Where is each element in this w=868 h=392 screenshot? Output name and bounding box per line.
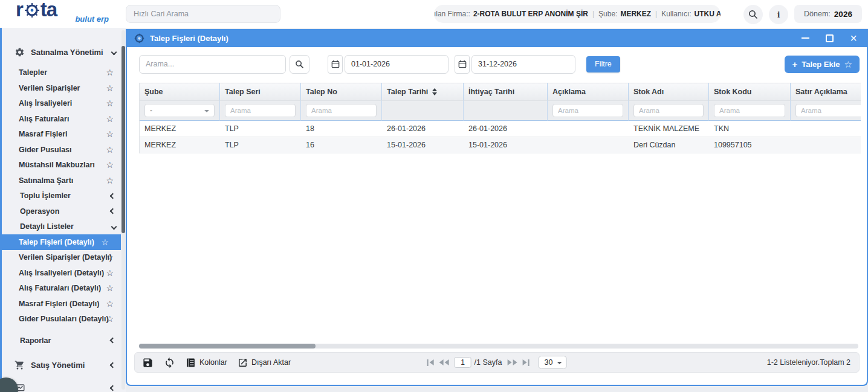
bottom-toolbar: Kolonlar Dışarı Aktar /1 Sayfa 30 1-2 Li… <box>134 352 860 373</box>
favorite-star-icon[interactable]: ☆ <box>106 269 114 277</box>
favorite-star-icon[interactable]: ☆ <box>106 84 114 92</box>
sidebar-item-mustahsil-makbuzlari[interactable]: Müstahsil Makbuzları ☆ <box>0 158 126 173</box>
date-to-input[interactable] <box>471 55 575 74</box>
table-search-input[interactable] <box>139 55 286 74</box>
stok-adi-filter-input[interactable] <box>633 104 704 117</box>
column-header-aciklama[interactable]: Açıklama <box>548 83 629 101</box>
talep-seri-filter-input[interactable] <box>225 104 296 117</box>
columns-icon <box>186 358 196 368</box>
last-page-button[interactable] <box>522 359 529 366</box>
sidebar-item-talep-fisleri-detayli[interactable]: Talep Fişleri (Detaylı) ☆ <box>0 234 121 250</box>
sidebar-group-raporlar[interactable]: Raporlar <box>0 333 126 349</box>
column-header-sube[interactable]: Şube <box>140 83 220 101</box>
favorite-star-icon[interactable]: ☆ <box>106 161 114 169</box>
sidebar-item-masraf-fisleri-detayli[interactable]: Masraf Fişleri (Detaylı) ☆ <box>0 296 126 312</box>
sidebar-item-masraf-fisleri[interactable]: Masraf Fişleri ☆ <box>0 127 126 143</box>
favorite-star-icon[interactable]: ☆ <box>106 130 114 138</box>
plus-icon: + <box>792 59 797 69</box>
sube-filter-select[interactable]: - <box>144 104 215 117</box>
maximize-button[interactable] <box>824 33 834 43</box>
sort-icon[interactable] <box>432 88 437 95</box>
horizontal-scrollbar-thumb[interactable] <box>139 344 316 349</box>
favorite-star-icon[interactable]: ☆ <box>101 238 109 246</box>
star-icon: ☆ <box>844 59 852 70</box>
favorite-star-icon[interactable]: ☆ <box>106 300 114 308</box>
sidebar-group-detayli-listeler[interactable]: Detaylı Listeler <box>0 219 126 235</box>
stok-kodu-filter-input[interactable] <box>714 104 785 117</box>
filter-button[interactable]: Filtre <box>586 56 620 72</box>
favorite-star-icon[interactable]: ☆ <box>106 146 114 154</box>
info-button[interactable]: i <box>769 5 788 24</box>
column-header-talep-tarihi[interactable]: Talep Tarihi <box>382 83 464 101</box>
first-page-button[interactable] <box>427 359 434 366</box>
page-size-select[interactable]: 30 <box>538 356 566 369</box>
prev-page-button[interactable] <box>439 359 449 365</box>
table-row[interactable]: MERKEZ TLP 18 26-01-2026 26-01-2026 TEKN… <box>140 121 861 137</box>
sidebar-scrollbar-thumb[interactable] <box>121 46 125 233</box>
filter-cell-stok-adi <box>629 101 709 121</box>
close-button[interactable]: × <box>849 33 858 43</box>
table-row[interactable]: MERKEZ TLP 16 15-01-2026 15-01-2026 Deri… <box>140 137 861 153</box>
add-talep-button[interactable]: + Talep Ekle ☆ <box>785 56 860 73</box>
branch-label: Şube: <box>598 10 617 18</box>
sidebar-section-satis-yonetimi[interactable]: Satış Yönetimi <box>0 358 126 373</box>
sidebar-item-gider-pusulalari-detayli[interactable]: Gider Pusulaları (Detaylı) ☆ <box>0 312 126 327</box>
refresh-button[interactable] <box>164 357 175 368</box>
filter-cell-ihtiyac-tarihi <box>464 101 548 121</box>
favorite-star-icon[interactable]: ☆ <box>106 253 114 262</box>
sidebar-section-partial[interactable] <box>0 381 126 392</box>
talep-fisleri-window: Talep Fişleri (Detaylı) × <box>126 29 868 386</box>
aciklama-filter-input[interactable] <box>552 104 623 117</box>
next-page-button[interactable] <box>507 359 517 365</box>
chevron-down-icon <box>111 223 117 230</box>
sidebar-group-operasyon[interactable]: Operasyon <box>0 204 126 219</box>
satir-aciklama-filter-input[interactable] <box>795 104 861 117</box>
export-button[interactable]: Dışarı Aktar <box>238 358 291 368</box>
filter-bar: Filtre <box>139 54 620 74</box>
save-layout-button[interactable] <box>142 357 154 368</box>
sidebar-item-alis-faturalari-detayli[interactable]: Alış Faturaları (Detaylı) ☆ <box>0 281 126 297</box>
column-header-stok-kodu[interactable]: Stok Kodu <box>709 83 791 101</box>
favorite-star-icon[interactable]: ☆ <box>106 99 114 108</box>
branch-value: MERKEZ <box>620 10 651 18</box>
date-from-calendar-button[interactable] <box>328 55 343 74</box>
company-value: 2-ROTA BULUT ERP ANONİM ŞİR <box>473 10 588 18</box>
horizontal-scrollbar-track[interactable] <box>139 344 858 349</box>
filter-cell-sube: - <box>140 101 220 121</box>
column-header-talep-no[interactable]: Talep No <box>301 83 382 101</box>
sidebar-item-alis-irsaliyeleri[interactable]: Alış İrsaliyeleri ☆ <box>0 96 126 112</box>
chevron-left-icon <box>110 385 116 391</box>
sidebar-group-toplu-islemler[interactable]: Toplu İşlemler <box>0 188 126 204</box>
sidebar-item-alis-irsaliyeleri-detayli[interactable]: Alış İrsaliyeleri (Detaylı) ☆ <box>0 265 126 281</box>
favorite-star-icon[interactable]: ☆ <box>106 315 114 323</box>
calendar-icon <box>331 60 340 68</box>
period-selector[interactable]: Dönem: 2026 <box>794 5 862 23</box>
quick-search-input[interactable] <box>126 5 280 23</box>
sidebar-section-satinalma-yonetimi[interactable]: Satınalma Yönetimi <box>0 45 126 60</box>
talep-no-filter-input[interactable] <box>306 104 377 117</box>
sidebar-item-verilen-siparisler[interactable]: Verilen Siparişler ☆ <box>0 80 126 96</box>
column-header-stok-adi[interactable]: Stok Adı <box>629 83 709 101</box>
sidebar-item-alis-faturalari[interactable]: Alış Faturaları ☆ <box>0 111 126 127</box>
table-search-button[interactable] <box>290 55 309 74</box>
column-header-talep-seri[interactable]: Talep Seri <box>220 83 301 101</box>
minimize-button[interactable] <box>800 33 810 43</box>
favorite-star-icon[interactable]: ☆ <box>106 68 114 77</box>
columns-button[interactable]: Kolonlar <box>186 358 227 368</box>
favorite-star-icon[interactable]: ☆ <box>106 176 114 185</box>
separator: | <box>591 10 595 18</box>
page-number-input[interactable] <box>455 357 471 368</box>
separator: | <box>654 10 658 18</box>
date-to-calendar-button[interactable] <box>455 55 470 74</box>
chevron-left-icon <box>110 338 116 344</box>
global-search-button[interactable] <box>743 5 763 24</box>
column-header-satir-aciklama[interactable]: Satır Açıklama <box>791 83 861 101</box>
date-from-input[interactable] <box>345 55 449 74</box>
sidebar-item-satinalma-sarti[interactable]: Satınalma Şartı ☆ <box>0 173 126 188</box>
sidebar-item-gider-pusulasi[interactable]: Gider Pusulası ☆ <box>0 142 126 158</box>
sidebar-item-talepler[interactable]: Talepler ☆ <box>0 65 126 81</box>
favorite-star-icon[interactable]: ☆ <box>106 115 114 123</box>
favorite-star-icon[interactable]: ☆ <box>106 284 114 292</box>
column-header-ihtiyac-tarihi[interactable]: İhtiyaç Tarihi <box>464 83 548 101</box>
sidebar-item-verilen-siparisler-detayli[interactable]: Verilen Siparişler (Detaylı) ☆ <box>0 250 126 266</box>
